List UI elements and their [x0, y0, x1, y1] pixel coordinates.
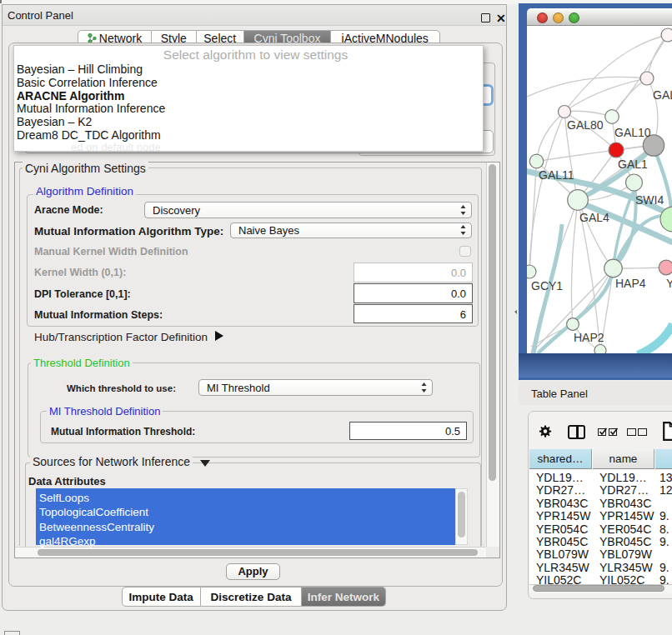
svg-text:GAL80: GAL80 [567, 118, 604, 132]
svg-text:HAP4: HAP4 [615, 277, 646, 290]
svg-text:GAL1: GAL1 [618, 158, 648, 171]
svg-text:GCY1: GCY1 [531, 279, 563, 292]
svg-text:GAL: GAL [653, 88, 672, 102]
svg-text:HAP2: HAP2 [574, 331, 604, 344]
svg-text:GAL11: GAL11 [539, 168, 574, 182]
svg-text:Y: Y [666, 277, 672, 290]
svg-text:GAL4: GAL4 [579, 211, 609, 224]
svg-text:SWI4: SWI4 [635, 193, 664, 207]
svg-text:GAL10: GAL10 [614, 126, 651, 139]
